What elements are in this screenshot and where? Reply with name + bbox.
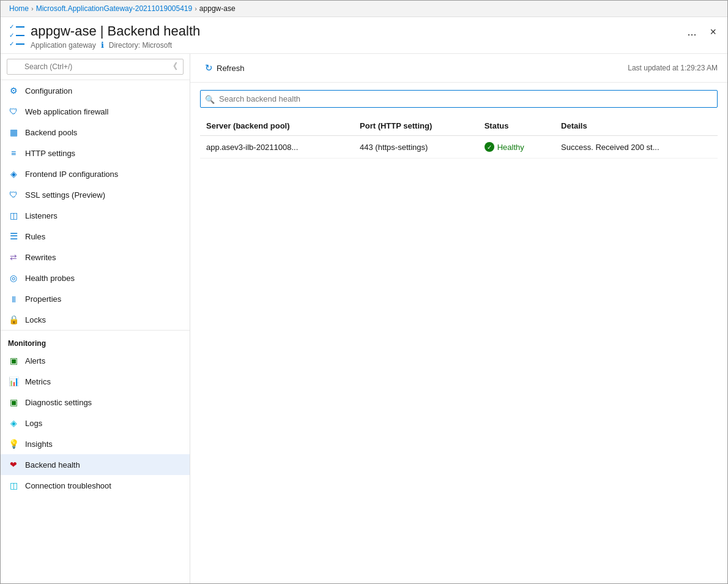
sidebar-item-label: Frontend IP configurations bbox=[25, 170, 182, 179]
table-row: app.asev3-ilb-20211008... 443 (https-set… bbox=[200, 136, 718, 159]
sidebar-item-backend-health[interactable]: ❤ Backend health bbox=[1, 454, 190, 475]
collapse-sidebar-button[interactable]: 《 bbox=[169, 61, 177, 72]
content-search-icon: 🔍 bbox=[205, 94, 215, 103]
info-icon: ℹ bbox=[101, 40, 104, 50]
breadcrumb: Home › Microsoft.ApplicationGateway-2021… bbox=[1, 1, 727, 17]
status-icon: ✓ bbox=[485, 142, 494, 152]
sidebar-search-input[interactable] bbox=[7, 59, 184, 75]
frontend-ip-icon: ◈ bbox=[8, 168, 19, 179]
cell-port: 443 (https-settings) bbox=[354, 136, 478, 159]
toolbar: ↻ Refresh Last updated at 1:29:23 AM bbox=[190, 54, 727, 83]
col-details: Details bbox=[555, 116, 718, 136]
connection-troubleshoot-icon: ◫ bbox=[8, 480, 19, 491]
backend-health-table: Server (backend pool) Port (HTTP setting… bbox=[200, 116, 718, 159]
sidebar-item-label: Metrics bbox=[25, 377, 182, 386]
backend-health-search-input[interactable] bbox=[200, 90, 718, 108]
directory-text: Directory: Microsoft bbox=[109, 41, 172, 50]
locks-icon: 🔒 bbox=[8, 314, 19, 325]
sidebar-item-health-probes[interactable]: ◎ Health probes bbox=[1, 268, 190, 288]
health-probes-icon: ◎ bbox=[8, 272, 19, 283]
content-area: ↻ Refresh Last updated at 1:29:23 AM 🔍 S… bbox=[190, 54, 727, 583]
sidebar-item-diagnostic-settings[interactable]: ▣ Diagnostic settings bbox=[1, 392, 190, 413]
monitoring-section-header: Monitoring bbox=[1, 330, 190, 350]
page-title: appgw-ase | Backend health bbox=[31, 23, 200, 39]
main-layout: 🔍 《 ⚙ Configuration 🛡 Web application fi… bbox=[1, 54, 727, 583]
metrics-icon: 📊 bbox=[8, 376, 19, 387]
status-healthy: ✓ Healthy bbox=[485, 142, 549, 152]
insights-icon: 💡 bbox=[8, 438, 19, 449]
sidebar-item-backend-pools[interactable]: ▦ Backend pools bbox=[1, 122, 190, 143]
rules-icon: ☰ bbox=[8, 231, 19, 242]
sidebar-item-label: Alerts bbox=[25, 356, 182, 365]
rewrites-icon: ⇄ bbox=[8, 252, 19, 263]
sidebar: 🔍 《 ⚙ Configuration 🛡 Web application fi… bbox=[1, 54, 190, 583]
waf-icon: 🛡 bbox=[8, 106, 19, 117]
sidebar-item-label: Configuration bbox=[25, 86, 182, 95]
status-label: Healthy bbox=[497, 143, 524, 152]
refresh-button[interactable]: ↻ Refresh bbox=[200, 60, 250, 76]
configuration-icon: ⚙ bbox=[8, 85, 19, 96]
sidebar-item-label: Backend pools bbox=[25, 128, 182, 137]
sidebar-item-label: Properties bbox=[25, 294, 182, 304]
sidebar-item-label: Web application firewall bbox=[25, 107, 182, 116]
header-left: ✓ ✓ ✓ appgw-ase | Backend health Applica… bbox=[9, 23, 200, 50]
backend-pools-icon: ▦ bbox=[8, 127, 19, 138]
ellipsis-button[interactable]: ... bbox=[685, 23, 699, 41]
sidebar-item-label: SSL settings (Preview) bbox=[25, 190, 182, 200]
sidebar-item-listeners[interactable]: ◫ Listeners bbox=[1, 205, 190, 226]
refresh-icon: ↻ bbox=[205, 62, 213, 73]
sidebar-item-web-application-firewall[interactable]: 🛡 Web application firewall bbox=[1, 101, 190, 122]
sidebar-search-wrapper: 🔍 《 bbox=[7, 59, 184, 75]
properties-icon: ||| bbox=[8, 293, 19, 304]
last-updated-text: Last updated at 1:29:23 AM bbox=[628, 64, 718, 72]
sidebar-item-label: Diagnostic settings bbox=[25, 398, 182, 407]
close-button[interactable]: × bbox=[707, 23, 719, 41]
app-window: Home › Microsoft.ApplicationGateway-2021… bbox=[0, 0, 728, 584]
sidebar-item-label: Insights bbox=[25, 440, 182, 449]
sidebar-scroll: ⚙ Configuration 🛡 Web application firewa… bbox=[1, 80, 190, 583]
breadcrumb-gateway[interactable]: Microsoft.ApplicationGateway-20211019005… bbox=[36, 4, 193, 13]
sidebar-item-http-settings[interactable]: ≡ HTTP settings bbox=[1, 143, 190, 163]
cell-details: Success. Received 200 st... bbox=[555, 136, 718, 159]
sidebar-item-rules[interactable]: ☰ Rules bbox=[1, 226, 190, 247]
sidebar-item-alerts[interactable]: ▣ Alerts bbox=[1, 350, 190, 371]
sidebar-item-logs[interactable]: ◈ Logs bbox=[1, 413, 190, 433]
refresh-label: Refresh bbox=[217, 64, 245, 73]
sidebar-item-label: Backend health bbox=[25, 460, 182, 470]
sidebar-item-insights[interactable]: 💡 Insights bbox=[1, 433, 190, 454]
sidebar-item-configuration[interactable]: ⚙ Configuration bbox=[1, 80, 190, 101]
sidebar-item-label: Rules bbox=[25, 232, 182, 241]
page-header: ✓ ✓ ✓ appgw-ase | Backend health Applica… bbox=[1, 17, 727, 54]
col-status: Status bbox=[478, 116, 555, 136]
cell-status: ✓ Healthy bbox=[478, 136, 555, 159]
sidebar-item-ssl-settings[interactable]: 🛡 SSL settings (Preview) bbox=[1, 184, 190, 205]
http-settings-icon: ≡ bbox=[8, 148, 19, 159]
sidebar-item-label: Connection troubleshoot bbox=[25, 481, 182, 490]
table-header: Server (backend pool) Port (HTTP setting… bbox=[200, 116, 718, 136]
col-server: Server (backend pool) bbox=[200, 116, 354, 136]
sidebar-search-container: 🔍 《 bbox=[1, 54, 190, 80]
header-title-group: appgw-ase | Backend health Application g… bbox=[31, 23, 200, 50]
sidebar-item-rewrites[interactable]: ⇄ Rewrites bbox=[1, 247, 190, 268]
subtitle-text: Application gateway bbox=[31, 41, 96, 50]
breadcrumb-current: appgw-ase bbox=[199, 4, 236, 13]
content-search-inner: 🔍 bbox=[200, 90, 718, 108]
sidebar-item-connection-troubleshoot[interactable]: ◫ Connection troubleshoot bbox=[1, 475, 190, 496]
sidebar-item-label: Locks bbox=[25, 315, 182, 324]
content-search-wrapper: 🔍 bbox=[200, 90, 718, 108]
sidebar-item-label: HTTP settings bbox=[25, 149, 182, 158]
cell-server: app.asev3-ilb-20211008... bbox=[200, 136, 354, 159]
col-port: Port (HTTP setting) bbox=[354, 116, 478, 136]
alerts-icon: ▣ bbox=[8, 355, 19, 366]
logs-icon: ◈ bbox=[8, 417, 19, 429]
sidebar-item-metrics[interactable]: 📊 Metrics bbox=[1, 371, 190, 392]
sidebar-item-label: Logs bbox=[25, 419, 182, 428]
sidebar-item-locks[interactable]: 🔒 Locks bbox=[1, 309, 190, 330]
sidebar-item-properties[interactable]: ||| Properties bbox=[1, 288, 190, 309]
content-body: 🔍 Server (backend pool) Port (HTTP setti… bbox=[190, 83, 727, 583]
sidebar-item-frontend-ip[interactable]: ◈ Frontend IP configurations bbox=[1, 163, 190, 184]
sidebar-item-label: Health probes bbox=[25, 274, 182, 283]
breadcrumb-home[interactable]: Home bbox=[9, 4, 29, 13]
sidebar-item-label: Listeners bbox=[25, 211, 182, 220]
sidebar-item-label: Rewrites bbox=[25, 253, 182, 262]
